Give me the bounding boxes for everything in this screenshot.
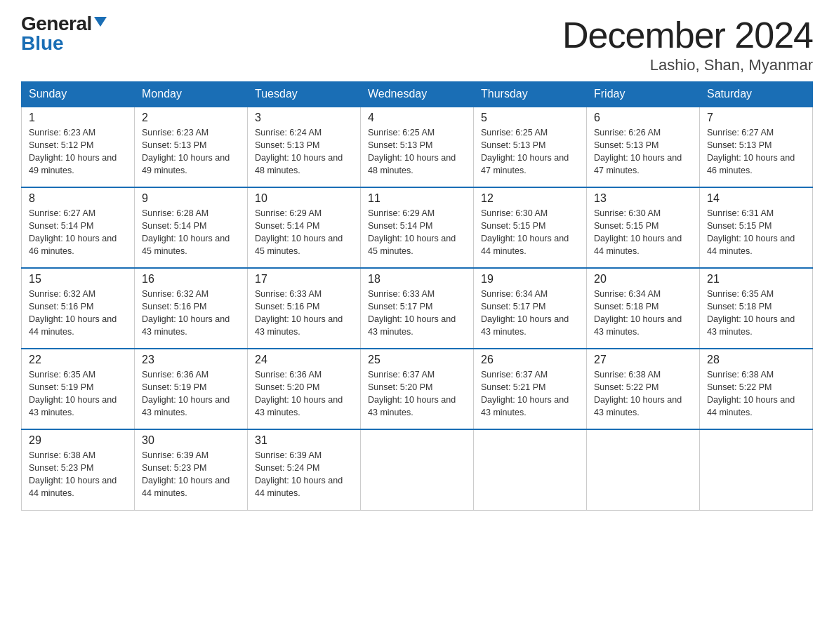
day-info: Sunrise: 6:39 AMSunset: 5:23 PMDaylight:… bbox=[142, 449, 240, 500]
day-info: Sunrise: 6:37 AMSunset: 5:21 PMDaylight:… bbox=[481, 368, 579, 420]
week-row-1: 1 Sunrise: 6:23 AMSunset: 5:12 PMDayligh… bbox=[22, 107, 813, 187]
day-number: 15 bbox=[29, 273, 127, 286]
week-row-2: 8 Sunrise: 6:27 AMSunset: 5:14 PMDayligh… bbox=[22, 187, 813, 268]
day-cell-30: 30 Sunrise: 6:39 AMSunset: 5:23 PMDaylig… bbox=[135, 429, 248, 510]
empty-cell bbox=[587, 429, 700, 510]
weekday-header-monday: Monday bbox=[135, 82, 248, 107]
weekday-header-saturday: Saturday bbox=[700, 82, 813, 107]
day-info: Sunrise: 6:33 AMSunset: 5:16 PMDaylight:… bbox=[255, 288, 353, 339]
day-info: Sunrise: 6:37 AMSunset: 5:20 PMDaylight:… bbox=[368, 368, 466, 420]
logo-general-text: General bbox=[21, 14, 92, 34]
day-info: Sunrise: 6:33 AMSunset: 5:17 PMDaylight:… bbox=[368, 288, 466, 339]
day-cell-16: 16 Sunrise: 6:32 AMSunset: 5:16 PMDaylig… bbox=[135, 268, 248, 349]
day-info: Sunrise: 6:23 AMSunset: 5:13 PMDaylight:… bbox=[142, 126, 240, 177]
day-cell-24: 24 Sunrise: 6:36 AMSunset: 5:20 PMDaylig… bbox=[248, 349, 361, 429]
day-number: 20 bbox=[594, 273, 692, 286]
day-info: Sunrise: 6:36 AMSunset: 5:19 PMDaylight:… bbox=[142, 368, 240, 420]
day-cell-5: 5 Sunrise: 6:25 AMSunset: 5:13 PMDayligh… bbox=[474, 107, 587, 187]
week-row-4: 22 Sunrise: 6:35 AMSunset: 5:19 PMDaylig… bbox=[22, 349, 813, 429]
day-cell-27: 27 Sunrise: 6:38 AMSunset: 5:22 PMDaylig… bbox=[587, 349, 700, 429]
day-number: 5 bbox=[481, 112, 579, 124]
day-number: 26 bbox=[481, 354, 579, 366]
day-info: Sunrise: 6:36 AMSunset: 5:20 PMDaylight:… bbox=[255, 368, 353, 420]
day-cell-12: 12 Sunrise: 6:30 AMSunset: 5:15 PMDaylig… bbox=[474, 187, 587, 268]
day-info: Sunrise: 6:29 AMSunset: 5:14 PMDaylight:… bbox=[368, 207, 466, 258]
day-number: 29 bbox=[29, 434, 127, 447]
day-cell-4: 4 Sunrise: 6:25 AMSunset: 5:13 PMDayligh… bbox=[361, 107, 474, 187]
day-info: Sunrise: 6:34 AMSunset: 5:17 PMDaylight:… bbox=[481, 288, 579, 339]
day-number: 28 bbox=[707, 354, 805, 366]
day-info: Sunrise: 6:34 AMSunset: 5:18 PMDaylight:… bbox=[594, 288, 692, 339]
day-number: 30 bbox=[142, 434, 240, 447]
logo-blue-text: Blue bbox=[21, 34, 107, 53]
week-row-3: 15 Sunrise: 6:32 AMSunset: 5:16 PMDaylig… bbox=[22, 268, 813, 349]
day-info: Sunrise: 6:30 AMSunset: 5:15 PMDaylight:… bbox=[481, 207, 579, 258]
day-cell-3: 3 Sunrise: 6:24 AMSunset: 5:13 PMDayligh… bbox=[248, 107, 361, 187]
day-number: 17 bbox=[255, 273, 353, 286]
day-info: Sunrise: 6:39 AMSunset: 5:24 PMDaylight:… bbox=[255, 449, 353, 500]
empty-cell bbox=[474, 429, 587, 510]
day-number: 25 bbox=[368, 354, 466, 366]
day-cell-21: 21 Sunrise: 6:35 AMSunset: 5:18 PMDaylig… bbox=[700, 268, 813, 349]
day-info: Sunrise: 6:29 AMSunset: 5:14 PMDaylight:… bbox=[255, 207, 353, 258]
day-cell-14: 14 Sunrise: 6:31 AMSunset: 5:15 PMDaylig… bbox=[700, 187, 813, 268]
day-cell-29: 29 Sunrise: 6:38 AMSunset: 5:23 PMDaylig… bbox=[22, 429, 135, 510]
day-info: Sunrise: 6:27 AMSunset: 5:14 PMDaylight:… bbox=[29, 207, 127, 258]
day-info: Sunrise: 6:32 AMSunset: 5:16 PMDaylight:… bbox=[142, 288, 240, 339]
day-info: Sunrise: 6:23 AMSunset: 5:12 PMDaylight:… bbox=[29, 126, 127, 177]
empty-cell bbox=[700, 429, 813, 510]
day-number: 22 bbox=[29, 354, 127, 366]
weekday-header-friday: Friday bbox=[587, 82, 700, 107]
day-number: 8 bbox=[29, 192, 127, 205]
day-cell-8: 8 Sunrise: 6:27 AMSunset: 5:14 PMDayligh… bbox=[22, 187, 135, 268]
day-number: 12 bbox=[481, 192, 579, 205]
day-number: 31 bbox=[255, 434, 353, 447]
day-cell-28: 28 Sunrise: 6:38 AMSunset: 5:22 PMDaylig… bbox=[700, 349, 813, 429]
day-cell-20: 20 Sunrise: 6:34 AMSunset: 5:18 PMDaylig… bbox=[587, 268, 700, 349]
day-info: Sunrise: 6:35 AMSunset: 5:19 PMDaylight:… bbox=[29, 368, 127, 420]
day-number: 3 bbox=[255, 112, 353, 124]
day-info: Sunrise: 6:27 AMSunset: 5:13 PMDaylight:… bbox=[707, 126, 805, 177]
day-info: Sunrise: 6:28 AMSunset: 5:14 PMDaylight:… bbox=[142, 207, 240, 258]
day-number: 11 bbox=[368, 192, 466, 205]
title-block: December 2024 Lashio, Shan, Myanmar bbox=[562, 14, 813, 74]
day-info: Sunrise: 6:24 AMSunset: 5:13 PMDaylight:… bbox=[255, 126, 353, 177]
day-cell-25: 25 Sunrise: 6:37 AMSunset: 5:20 PMDaylig… bbox=[361, 349, 474, 429]
page-header: General Blue December 2024 Lashio, Shan,… bbox=[21, 14, 813, 74]
day-cell-26: 26 Sunrise: 6:37 AMSunset: 5:21 PMDaylig… bbox=[474, 349, 587, 429]
day-cell-11: 11 Sunrise: 6:29 AMSunset: 5:14 PMDaylig… bbox=[361, 187, 474, 268]
day-cell-18: 18 Sunrise: 6:33 AMSunset: 5:17 PMDaylig… bbox=[361, 268, 474, 349]
day-number: 1 bbox=[29, 112, 127, 124]
day-number: 21 bbox=[707, 273, 805, 286]
day-info: Sunrise: 6:38 AMSunset: 5:22 PMDaylight:… bbox=[707, 368, 805, 420]
day-info: Sunrise: 6:32 AMSunset: 5:16 PMDaylight:… bbox=[29, 288, 127, 339]
day-number: 7 bbox=[707, 112, 805, 124]
day-info: Sunrise: 6:25 AMSunset: 5:13 PMDaylight:… bbox=[368, 126, 466, 177]
weekday-header-row: SundayMondayTuesdayWednesdayThursdayFrid… bbox=[22, 82, 813, 107]
day-cell-9: 9 Sunrise: 6:28 AMSunset: 5:14 PMDayligh… bbox=[135, 187, 248, 268]
weekday-header-thursday: Thursday bbox=[474, 82, 587, 107]
day-number: 24 bbox=[255, 354, 353, 366]
weekday-header-wednesday: Wednesday bbox=[361, 82, 474, 107]
location-title: Lashio, Shan, Myanmar bbox=[562, 56, 813, 74]
day-info: Sunrise: 6:26 AMSunset: 5:13 PMDaylight:… bbox=[594, 126, 692, 177]
day-number: 23 bbox=[142, 354, 240, 366]
week-row-5: 29 Sunrise: 6:38 AMSunset: 5:23 PMDaylig… bbox=[22, 429, 813, 510]
day-number: 27 bbox=[594, 354, 692, 366]
day-cell-7: 7 Sunrise: 6:27 AMSunset: 5:13 PMDayligh… bbox=[700, 107, 813, 187]
day-info: Sunrise: 6:38 AMSunset: 5:23 PMDaylight:… bbox=[29, 449, 127, 500]
day-cell-22: 22 Sunrise: 6:35 AMSunset: 5:19 PMDaylig… bbox=[22, 349, 135, 429]
day-info: Sunrise: 6:30 AMSunset: 5:15 PMDaylight:… bbox=[594, 207, 692, 258]
day-number: 4 bbox=[368, 112, 466, 124]
day-cell-31: 31 Sunrise: 6:39 AMSunset: 5:24 PMDaylig… bbox=[248, 429, 361, 510]
logo: General Blue bbox=[21, 14, 107, 53]
day-cell-13: 13 Sunrise: 6:30 AMSunset: 5:15 PMDaylig… bbox=[587, 187, 700, 268]
day-number: 10 bbox=[255, 192, 353, 205]
day-number: 16 bbox=[142, 273, 240, 286]
day-number: 14 bbox=[707, 192, 805, 205]
day-number: 19 bbox=[481, 273, 579, 286]
day-number: 2 bbox=[142, 112, 240, 124]
weekday-header-tuesday: Tuesday bbox=[248, 82, 361, 107]
day-number: 6 bbox=[594, 112, 692, 124]
day-cell-15: 15 Sunrise: 6:32 AMSunset: 5:16 PMDaylig… bbox=[22, 268, 135, 349]
